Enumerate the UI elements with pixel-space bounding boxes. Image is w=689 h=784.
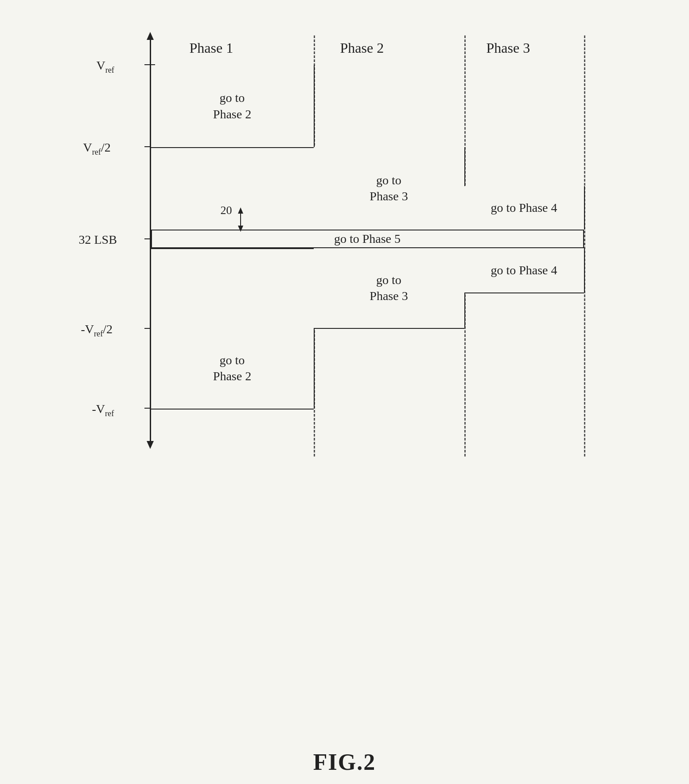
diagram-container: Phase 1 Phase 2 Phase 3 Vref Vref/2 3 [79,27,611,603]
phase2-header: Phase 2 [340,40,384,56]
label-vref: Vref [97,59,114,75]
annotation-20: 20 [221,204,232,217]
region-phase3-lower: go to Phase 4 [464,248,584,293]
region-phase1-upper: go toPhase 2 [151,65,314,147]
page: Phase 1 Phase 2 Phase 3 Vref Vref/2 3 [0,0,689,784]
svg-marker-0 [238,207,243,214]
region-band: go to Phase 5 [151,230,584,248]
hline-phase2-lower-bot [314,328,464,329]
separator-3 [584,35,585,456]
region-phase1-lower: go toPhase 2 [151,328,314,409]
label-vref2: Vref/2 [83,140,111,157]
region-phase2-upper: go toPhase 3 [314,147,464,230]
phase3-lower-right [584,248,585,293]
svg-marker-1 [238,226,243,232]
label-neg-vref2: -Vref/2 [81,322,113,339]
double-arrow-20 [236,207,245,232]
fig-label: FIG.2 [313,749,376,775]
hline-phase1-bot [151,409,314,410]
y-axis-arrow-bottom [147,441,154,449]
hline-vref2 [151,147,314,148]
region-phase3-upper: go to Phase 4 [464,186,584,230]
phase1-header: Phase 1 [190,40,234,56]
region-phase2-lower: go toPhase 3 [314,248,464,328]
label-32lsb: 32 LSB [79,233,117,247]
hline-phase3-lower-bot [464,293,584,293]
phase3-upper-right [584,186,585,230]
y-axis-arrow-top [147,32,154,40]
label-neg-vref: -Vref [92,402,114,418]
phase3-header: Phase 3 [487,40,530,56]
